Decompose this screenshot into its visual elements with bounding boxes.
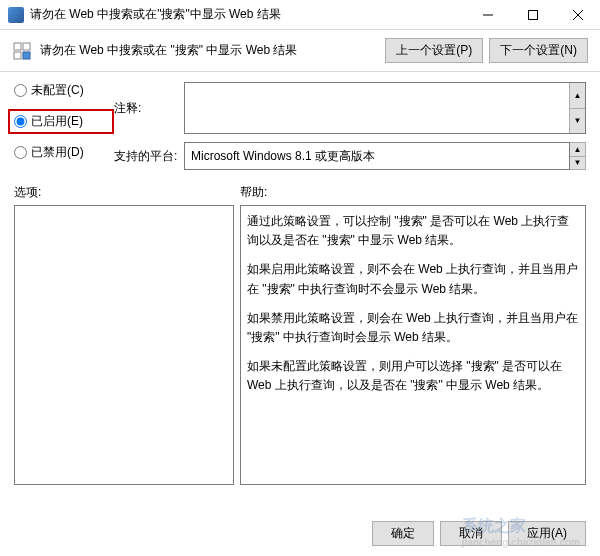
svg-rect-4 [14, 43, 21, 50]
help-panel[interactable]: 通过此策略设置，可以控制 "搜索" 是否可以在 Web 上执行查询以及是否在 "… [240, 205, 586, 485]
apply-button[interactable]: 应用(A) [508, 521, 586, 546]
radio-enabled-label: 已启用(E) [31, 113, 83, 130]
supported-label: 支持的平台: [114, 148, 184, 165]
maximize-button[interactable] [510, 0, 555, 29]
radio-disabled[interactable]: 已禁用(D) [14, 144, 114, 161]
next-setting-button[interactable]: 下一个设置(N) [489, 38, 588, 63]
header: 请勿在 Web 中搜索或在 "搜索" 中显示 Web 结果 上一个设置(P) 下… [0, 30, 600, 72]
radio-enabled[interactable]: 已启用(E) [8, 109, 114, 134]
comment-input[interactable]: ▲ ▼ [184, 82, 586, 134]
footer: 确定 取消 应用(A) [372, 521, 586, 546]
svg-rect-5 [23, 43, 30, 50]
app-icon [8, 7, 24, 23]
supported-platform-text: Microsoft Windows 8.1 或更高版本 [191, 148, 375, 165]
header-title: 请勿在 Web 中搜索或在 "搜索" 中显示 Web 结果 [40, 42, 385, 59]
radio-not-configured-input[interactable] [14, 84, 27, 97]
titlebar: 请勿在 Web 中搜索或在"搜索"中显示 Web 结果 [0, 0, 600, 30]
window-title: 请勿在 Web 中搜索或在"搜索"中显示 Web 结果 [30, 6, 465, 23]
platform-scroll-down[interactable]: ▼ [570, 157, 585, 170]
cancel-button[interactable]: 取消 [440, 521, 502, 546]
ok-button[interactable]: 确定 [372, 521, 434, 546]
radio-disabled-input[interactable] [14, 146, 27, 159]
help-p2: 如果启用此策略设置，则不会在 Web 上执行查询，并且当用户在 "搜索" 中执行… [247, 260, 579, 298]
radio-enabled-input[interactable] [14, 115, 27, 128]
close-button[interactable] [555, 0, 600, 29]
help-label: 帮助: [240, 184, 586, 201]
policy-icon [12, 41, 32, 61]
help-p3: 如果禁用此策略设置，则会在 Web 上执行查询，并且当用户在 "搜索" 中执行查… [247, 309, 579, 347]
supported-platform-box: Microsoft Windows 8.1 或更高版本 [184, 142, 570, 170]
help-p1: 通过此策略设置，可以控制 "搜索" 是否可以在 Web 上执行查询以及是否在 "… [247, 212, 579, 250]
radio-not-configured[interactable]: 未配置(C) [14, 82, 114, 99]
help-p4: 如果未配置此策略设置，则用户可以选择 "搜索" 是否可以在 Web 上执行查询，… [247, 357, 579, 395]
minimize-button[interactable] [465, 0, 510, 29]
svg-rect-1 [528, 10, 537, 19]
prev-setting-button[interactable]: 上一个设置(P) [385, 38, 483, 63]
svg-rect-6 [14, 52, 21, 59]
radio-disabled-label: 已禁用(D) [31, 144, 84, 161]
comment-label: 注释: [114, 100, 184, 117]
comment-scroll-down[interactable]: ▼ [570, 109, 585, 134]
platform-scroll-up[interactable]: ▲ [570, 143, 585, 157]
options-label: 选项: [14, 184, 234, 201]
radio-not-configured-label: 未配置(C) [31, 82, 84, 99]
svg-rect-7 [23, 52, 30, 59]
comment-scroll-up[interactable]: ▲ [570, 83, 585, 109]
options-panel[interactable] [14, 205, 234, 485]
